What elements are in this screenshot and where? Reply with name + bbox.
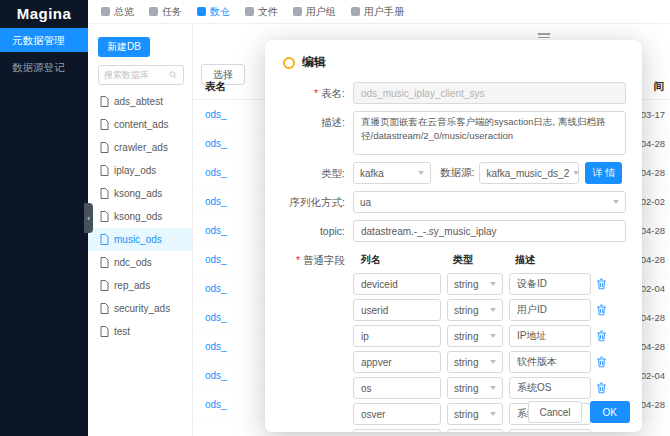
database-file-icon	[100, 165, 109, 176]
db-item-rep_ads[interactable]: rep_ads	[88, 274, 192, 297]
ok-button[interactable]: OK	[590, 401, 630, 423]
database-file-icon	[100, 211, 109, 222]
tab-overview[interactable]: 总览	[101, 5, 134, 19]
topic-row: topic:	[283, 220, 626, 242]
db-item-ads_abtest[interactable]: ads_abtest	[88, 90, 192, 113]
field-type-select[interactable]: bigint	[447, 429, 503, 432]
files-icon	[245, 7, 254, 16]
tab-tasks[interactable]: 任务	[149, 5, 182, 19]
table-date: 04-28	[641, 254, 670, 265]
datasource-select[interactable]: kafka_music_ds_2	[479, 162, 579, 184]
field-name-input[interactable]	[353, 325, 441, 347]
db-item-iplay_ods[interactable]: iplay_ods	[88, 159, 192, 182]
db-item-test[interactable]: test	[88, 320, 192, 343]
tab-files[interactable]: 文件	[245, 5, 278, 19]
table-name-link[interactable]: ods_	[193, 109, 227, 120]
field-desc-input[interactable]	[509, 377, 591, 399]
topic-input[interactable]	[353, 220, 626, 242]
sidebar: Magina 元数据管理 数据源登记	[0, 0, 88, 436]
field-row: string	[353, 377, 626, 399]
db-item-content_ads[interactable]: content_ads	[88, 113, 192, 136]
delete-field-icon[interactable]	[596, 382, 607, 394]
field-name-input[interactable]	[353, 377, 441, 399]
table-name-link[interactable]: ods_	[193, 370, 227, 381]
table-name-link[interactable]: ods_	[193, 196, 227, 207]
database-file-icon	[100, 303, 109, 314]
tab-usergroup[interactable]: 用户组	[293, 5, 336, 19]
table-date: 04-28	[641, 225, 670, 236]
delete-field-icon[interactable]	[596, 278, 607, 290]
sidebar-collapse-handle[interactable]: ‹	[84, 203, 93, 233]
sidebar-item-datasource-register[interactable]: 数据源登记	[0, 55, 88, 79]
table-name-link[interactable]: ods_	[193, 225, 227, 236]
datasource-label: 数据源:	[440, 166, 474, 180]
field-desc-input[interactable]	[509, 273, 591, 295]
field-name-input[interactable]	[353, 351, 441, 373]
delete-field-icon[interactable]	[596, 356, 607, 368]
chevron-down-icon	[573, 171, 579, 175]
table-name-link[interactable]: ods_	[193, 283, 227, 294]
field-desc-input[interactable]	[509, 299, 591, 321]
database-file-icon	[100, 257, 109, 268]
serialization-row: 序列化方式: ua	[283, 191, 626, 213]
cancel-button[interactable]: Cancel	[528, 401, 581, 423]
db-item-ksong_ads[interactable]: ksong_ads	[88, 182, 192, 205]
db-item-ndc_ods[interactable]: ndc_ods	[88, 251, 192, 274]
modal-header: 编辑	[283, 54, 626, 71]
fields-section-label: 普通字段	[283, 249, 353, 271]
table-name-row: 表名:	[283, 82, 626, 104]
field-type-select[interactable]: string	[447, 299, 503, 321]
database-file-icon	[100, 280, 109, 291]
info-circle-icon	[283, 57, 295, 69]
chevron-down-icon	[490, 334, 496, 338]
modal-footer: Cancel OK	[528, 401, 630, 423]
topic-label: topic:	[283, 220, 353, 242]
field-desc-input[interactable]	[509, 429, 591, 432]
chevron-down-icon	[490, 308, 496, 312]
tab-label: 数仓	[210, 5, 230, 19]
field-type-select[interactable]: string	[447, 403, 503, 425]
db-item-label: content_ads	[114, 119, 169, 130]
database-file-icon	[100, 96, 109, 107]
tab-label: 用户组	[306, 5, 336, 19]
db-item-security_ads[interactable]: security_ads	[88, 297, 192, 320]
chevron-down-icon	[490, 282, 496, 286]
db-item-music_ods[interactable]: music_ods	[88, 228, 192, 251]
delete-field-icon[interactable]	[596, 330, 607, 342]
db-item-crawler_ads[interactable]: crawler_ads	[88, 136, 192, 159]
field-desc-input[interactable]	[509, 351, 591, 373]
db-item-label: ndc_ods	[114, 257, 152, 268]
description-textarea[interactable]: 直播页面嵌套在云音乐客户端的sysaction日志, 离线归档路径/datast…	[353, 111, 626, 155]
table-name-link[interactable]: ods_	[193, 254, 227, 265]
field-name-input[interactable]	[353, 299, 441, 321]
serialization-select[interactable]: ua	[353, 191, 626, 213]
db-item-label: crawler_ads	[114, 142, 168, 153]
delete-field-icon[interactable]	[596, 304, 607, 316]
field-type-select[interactable]: string	[447, 377, 503, 399]
field-name-input[interactable]	[353, 429, 441, 432]
field-type-select[interactable]: string	[447, 325, 503, 347]
manual-icon	[351, 7, 360, 16]
field-type-select[interactable]: string	[447, 273, 503, 295]
tab-warehouse[interactable]: 数仓	[197, 5, 230, 19]
field-type-select[interactable]: string	[447, 351, 503, 373]
db-item-ksong_ods[interactable]: ksong_ods	[88, 205, 192, 228]
field-name-input[interactable]	[353, 403, 441, 425]
modal-title: 编辑	[302, 54, 326, 71]
type-select[interactable]: kafka	[353, 162, 431, 184]
table-name-link[interactable]: ods_	[193, 167, 227, 178]
datasource-detail-button[interactable]: 详 情	[585, 162, 622, 184]
table-name-link[interactable]: ods_	[193, 138, 227, 149]
field-desc-input[interactable]	[509, 325, 591, 347]
table-name-link[interactable]: ods_	[193, 399, 227, 410]
db-search-input[interactable]	[104, 70, 169, 80]
table-name-link[interactable]: ods_	[193, 312, 227, 323]
field-name-input[interactable]	[353, 273, 441, 295]
table-date: 04-28	[641, 312, 670, 323]
database-file-icon	[100, 119, 109, 130]
tab-manual[interactable]: 用户手册	[351, 5, 404, 19]
chevron-down-icon	[490, 360, 496, 364]
sidebar-item-metadata[interactable]: 元数据管理	[0, 28, 88, 52]
table-name-link[interactable]: ods_	[193, 341, 227, 352]
new-db-button[interactable]: 新建DB	[98, 37, 150, 57]
